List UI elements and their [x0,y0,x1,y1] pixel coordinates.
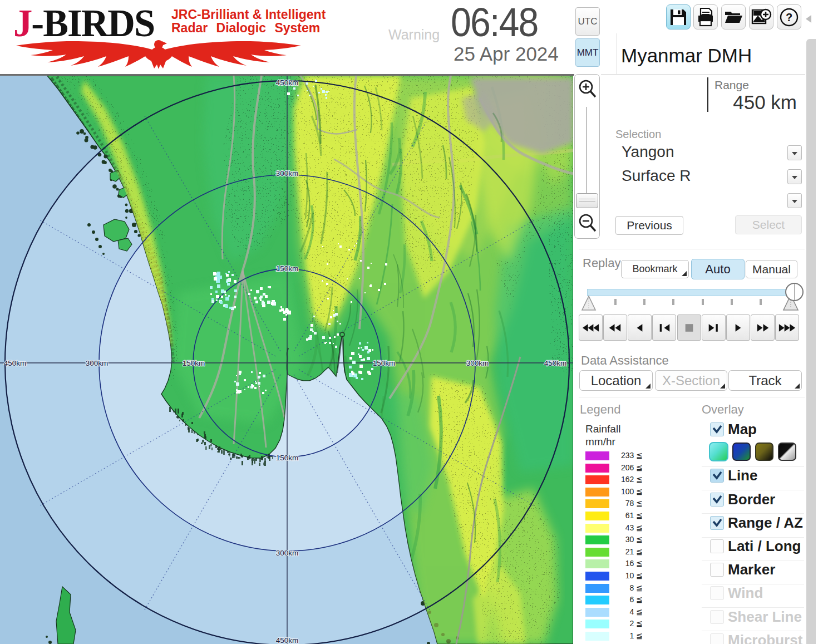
svg-text:300km: 300km [276,169,299,178]
svg-text:450km: 450km [4,359,27,367]
svg-text:?: ? [786,11,792,23]
svg-text:150km: 150km [276,454,299,462]
svg-text:450km: 450km [276,636,299,644]
svg-text:300km: 300km [86,359,109,367]
svg-text:150km: 150km [276,264,299,273]
svg-text:300km: 300km [466,359,489,367]
svg-text:450km: 450km [544,359,567,367]
svg-text:150km: 150km [183,359,205,367]
svg-text:150km: 150km [373,359,396,367]
svg-text:300km: 300km [276,549,299,557]
svg-text:450km: 450km [276,78,299,87]
